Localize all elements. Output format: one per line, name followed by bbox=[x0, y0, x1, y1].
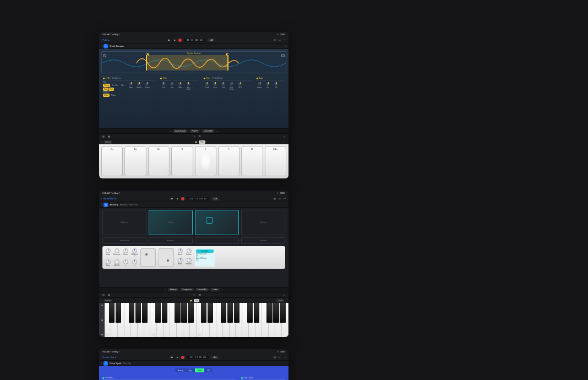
xy-pad-1[interactable] bbox=[140, 248, 156, 267]
folder-icon[interactable]: 📁 bbox=[190, 300, 192, 302]
instrument-badge-icon[interactable]: ☷ bbox=[104, 44, 108, 48]
pan-knob[interactable]: Pan bbox=[265, 82, 271, 89]
chorus-knob[interactable]: Chorus bbox=[122, 248, 129, 257]
keyboard-controls[interactable] bbox=[99, 303, 105, 337]
dice-icon[interactable]: ⚄ bbox=[198, 293, 202, 297]
tune-knob[interactable]: Tune bbox=[160, 82, 167, 90]
black-key[interactable] bbox=[155, 303, 161, 323]
morph-corner-7[interactable] bbox=[195, 237, 239, 244]
flow-tab-fx3[interactable]: Limiter bbox=[210, 288, 220, 291]
morph-corner-3[interactable] bbox=[195, 210, 239, 235]
flow-tab-instrument[interactable]: Alchemy bbox=[168, 288, 179, 291]
key-pill[interactable]: +04 bbox=[208, 39, 215, 42]
pencil-icon[interactable]: ✎ bbox=[192, 293, 196, 297]
morph-corner-2[interactable]: Dense bbox=[149, 210, 193, 235]
library-icon[interactable]: ▤ bbox=[273, 197, 276, 200]
filter-env-knob[interactable]: Env Depth bbox=[228, 82, 235, 90]
chord-pad-dm[interactable]: Dm bbox=[148, 146, 170, 176]
dice-icon[interactable]: ⚄ bbox=[198, 134, 202, 138]
mode-toggle[interactable]: Pick bbox=[199, 140, 205, 144]
sweep-knob[interactable]: Sweep bbox=[105, 248, 111, 257]
morph-corner-8[interactable]: Simplified bbox=[241, 237, 285, 244]
add-effect-right[interactable]: ＋ bbox=[221, 289, 224, 291]
patch-name[interactable]: Majestic Slow Pad bbox=[120, 203, 138, 206]
waveform-editor[interactable]: Top Line Vocal.caf ⤡ ⤢ bbox=[101, 51, 286, 73]
flow-tab-fx1[interactable]: Phat FX bbox=[189, 129, 200, 133]
morph-corner-6[interactable]: Aeternitas bbox=[149, 237, 193, 244]
sample-selection[interactable] bbox=[146, 55, 228, 70]
black-key[interactable] bbox=[129, 303, 134, 323]
black-key[interactable] bbox=[254, 303, 259, 323]
view-menu[interactable]: ▾ bbox=[285, 45, 286, 47]
black-key[interactable] bbox=[266, 303, 272, 323]
transport-lcd[interactable]: 14.62 31004/4 bbox=[187, 197, 209, 200]
black-key[interactable] bbox=[162, 303, 167, 323]
transport-lcd[interactable]: 11 11 1854/4 bbox=[187, 356, 208, 359]
pitch-env-knob[interactable]: Env Depth bbox=[185, 82, 192, 90]
piano-keys[interactable]: C1C2C3 bbox=[105, 303, 288, 337]
record-button[interactable] bbox=[181, 197, 184, 200]
library-icon[interactable]: ▤ bbox=[273, 356, 276, 359]
add-effect-right[interactable]: ＋ bbox=[216, 130, 219, 133]
play-button[interactable]: ▶ bbox=[173, 39, 176, 42]
lfo-rate-knob[interactable]: Rate bbox=[128, 82, 134, 97]
play-mode-segment[interactable]: Classic One Shot Slice bbox=[103, 84, 126, 87]
key-pill[interactable]: +04 bbox=[211, 197, 219, 200]
filter-lfo-knob[interactable]: LFO 1 bbox=[237, 82, 243, 90]
black-key[interactable] bbox=[135, 303, 141, 323]
attack-knob[interactable]: Attack bbox=[177, 258, 183, 265]
volume-knob[interactable]: Volume bbox=[257, 82, 263, 89]
black-key[interactable] bbox=[227, 303, 233, 323]
mixer-icon[interactable]: ⚏ bbox=[278, 39, 281, 42]
black-key[interactable] bbox=[247, 303, 253, 323]
back-chevron-icon[interactable]: ‹ bbox=[101, 362, 102, 365]
expand-icon[interactable]: ⤢ bbox=[282, 134, 286, 138]
cutoff-knob[interactable]: Cutoff bbox=[204, 82, 210, 90]
view-grid-icon[interactable]: ▦ bbox=[107, 293, 111, 297]
library-icon[interactable]: ▤ bbox=[273, 39, 276, 42]
key-pill[interactable]: +04 bbox=[211, 356, 219, 359]
play-button[interactable]: ▶ bbox=[176, 356, 179, 359]
waveform-shape[interactable]: ShapeFollow bbox=[103, 94, 126, 97]
p-knob[interactable]: — bbox=[131, 259, 138, 267]
back-button[interactable]: ‹ Golden Skies bbox=[101, 356, 116, 359]
record-button[interactable] bbox=[181, 356, 184, 359]
play-button[interactable]: ▶ bbox=[176, 197, 179, 200]
back-button[interactable]: ‹ Polaris bbox=[101, 39, 110, 41]
black-key[interactable] bbox=[116, 303, 121, 323]
back-chevron-icon[interactable]: ‹ bbox=[101, 45, 102, 47]
view-grid-icon[interactable]: ▦ bbox=[107, 134, 111, 138]
settings-icon[interactable]: ⋯ bbox=[283, 356, 286, 359]
black-key[interactable] bbox=[221, 303, 226, 323]
record-button[interactable] bbox=[178, 39, 182, 42]
add-effect-left[interactable]: ＋ bbox=[164, 289, 166, 291]
p-knob[interactable]: ENV SR bbox=[113, 259, 120, 267]
black-key[interactable] bbox=[109, 303, 115, 323]
black-key[interactable] bbox=[181, 303, 187, 323]
patch-name[interactable]: Rise Up bbox=[123, 362, 130, 365]
instrument-name[interactable]: Alchemy bbox=[110, 203, 118, 206]
morph-xy-grid[interactable]: Brightness Dense Release bbox=[102, 210, 285, 235]
chord-pad-bb[interactable]: Bb bbox=[241, 146, 263, 176]
black-key[interactable] bbox=[208, 303, 213, 323]
glide-knob[interactable]: Glide bbox=[177, 82, 183, 90]
morph-corner-4[interactable]: Release bbox=[241, 210, 285, 235]
resonance-knob[interactable]: Resonance bbox=[113, 248, 120, 257]
view-list-icon[interactable]: ▤ bbox=[101, 134, 105, 138]
black-key[interactable] bbox=[273, 303, 279, 323]
p-knob[interactable]: — bbox=[122, 259, 129, 267]
mixer-icon[interactable]: ⚏ bbox=[278, 356, 281, 359]
mixer-icon[interactable]: ⚏ bbox=[278, 197, 281, 200]
drive-knob[interactable]: Drive bbox=[220, 82, 227, 90]
chord-pad-c[interactable]: C bbox=[195, 146, 216, 176]
p-knob[interactable]: Delay bbox=[105, 259, 111, 267]
rewind-button[interactable]: ⏮ bbox=[170, 197, 173, 200]
edit-synth-button[interactable]: Edit Synth bbox=[196, 249, 214, 253]
flow-tab-instrument[interactable]: Quick Sampler bbox=[173, 129, 188, 133]
add-effect-left[interactable]: ＋ bbox=[169, 130, 171, 133]
flow-tab-fx1[interactable]: Compressor bbox=[180, 288, 193, 291]
back-chevron-icon[interactable]: ‹ bbox=[101, 203, 102, 206]
lfo-phase-knob[interactable]: Phase bbox=[144, 82, 151, 97]
scenes-toggle[interactable]: Scenes bbox=[104, 299, 112, 302]
black-key[interactable] bbox=[201, 303, 206, 323]
